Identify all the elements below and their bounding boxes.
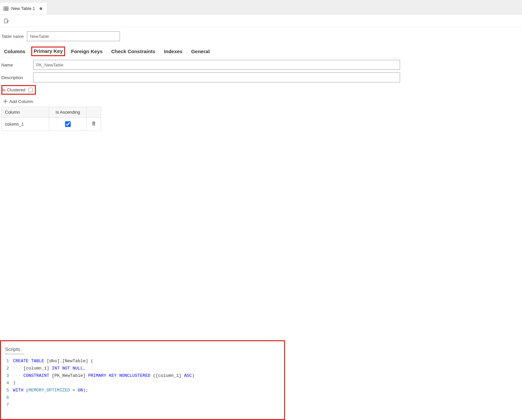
line-number: 2 — [5, 365, 13, 372]
svg-rect-5 — [4, 19, 7, 23]
tab-check-constraints[interactable]: Check Constraints — [110, 48, 157, 55]
code-text: ····CONSTRAINT [PK_NewTable] PRIMARY KEY… — [13, 372, 194, 379]
line-number: 4 — [5, 379, 13, 387]
col-header-column: Column — [2, 107, 49, 118]
line-number: 7 — [5, 401, 13, 409]
dirty-indicator-icon — [40, 7, 42, 10]
is-ascending-checkbox[interactable] — [65, 121, 71, 127]
scripts-panel: Scripts 1CREATE TABLE [dbo].[NewTable] (… — [1, 343, 284, 419]
table-name-input[interactable] — [27, 31, 120, 41]
line-number: 3 — [5, 372, 13, 379]
designer-toolbar — [0, 15, 522, 27]
cell-delete — [86, 118, 101, 131]
code-line: 2····[column_1] INT NOT NULL, — [5, 365, 280, 372]
line-number: 1 — [5, 358, 13, 365]
cell-column-name[interactable]: column_1 — [2, 118, 49, 131]
editor-tab-title: New Table 1 — [11, 6, 35, 11]
code-line: 5WITH (MEMORY_OPTIMIZED = ON); — [5, 387, 280, 394]
col-header-is-ascending: Is Ascending — [49, 107, 87, 118]
designer-content: Table name Columns Primary Key Foreign K… — [0, 27, 522, 420]
pk-description-input[interactable] — [33, 72, 400, 82]
code-line: 7 — [5, 401, 280, 409]
line-number: 5 — [5, 387, 13, 394]
pk-columns-table: Column Is Ascending column_1 — [1, 107, 101, 131]
plus-icon — [3, 99, 8, 104]
pk-description-label: Description — [1, 75, 33, 80]
code-line: 3····CONSTRAINT [PK_NewTable] PRIMARY KE… — [5, 372, 280, 379]
pk-name-label: Name — [1, 62, 33, 67]
scripts-title: Scripts — [5, 346, 24, 354]
tab-foreign-keys[interactable]: Foreign Keys — [70, 48, 104, 55]
table-name-label: Table name — [1, 34, 24, 39]
code-text: CREATE TABLE [dbo].[NewTable] ( — [13, 358, 93, 365]
table-name-row: Table name — [0, 27, 405, 43]
pk-name-input[interactable] — [33, 60, 400, 70]
code-text: ) — [13, 379, 16, 387]
designer-inner-tabs: Columns Primary Key Foreign Keys Check C… — [0, 43, 405, 58]
svg-rect-0 — [4, 7, 8, 10]
code-line: 1CREATE TABLE [dbo].[NewTable] ( — [5, 358, 280, 365]
tab-primary-key[interactable]: Primary Key — [31, 47, 65, 56]
highlight-is-clustered: Is Clustered — [1, 85, 36, 95]
pk-is-clustered-label: Is Clustered — [2, 87, 25, 92]
editor-tab-new-table[interactable]: New Table 1 — [0, 3, 47, 14]
code-line: 4) — [5, 379, 280, 387]
tab-general[interactable]: General — [190, 48, 211, 55]
sql-script-editor[interactable]: 1CREATE TABLE [dbo].[NewTable] (2····[co… — [5, 358, 280, 409]
table-header-row: Column Is Ascending — [2, 107, 101, 118]
add-column-button[interactable]: Add Column — [1, 96, 403, 107]
publish-button[interactable] — [3, 17, 10, 25]
cell-is-ascending — [49, 118, 87, 131]
col-header-actions — [86, 107, 101, 118]
table-icon — [3, 6, 9, 11]
highlight-scripts-panel: Scripts 1CREATE TABLE [dbo].[NewTable] (… — [0, 340, 285, 420]
code-line: 6 — [5, 394, 280, 401]
publish-icon — [4, 18, 9, 24]
line-number: 6 — [5, 394, 13, 401]
primary-key-form: Name Description Is Clustered A — [0, 58, 405, 131]
tab-indexes[interactable]: Indexes — [162, 48, 184, 55]
code-text: ····[column_1] INT NOT NULL, — [13, 365, 86, 372]
trash-icon[interactable] — [91, 121, 96, 126]
table-row: column_1 — [2, 118, 101, 131]
code-text: WITH (MEMORY_OPTIMIZED = ON); — [13, 387, 88, 394]
pk-is-clustered-checkbox[interactable] — [29, 87, 33, 93]
window-top-strip — [0, 0, 522, 3]
editor-tab-row: New Table 1 — [0, 3, 522, 15]
add-column-label: Add Column — [9, 99, 33, 104]
tab-columns[interactable]: Columns — [3, 48, 27, 55]
